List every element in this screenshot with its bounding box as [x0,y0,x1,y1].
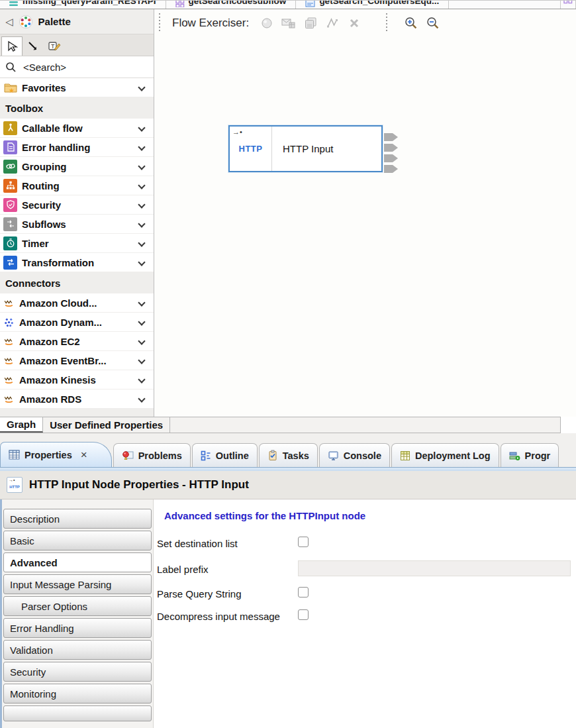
http-input-node[interactable]: →• HTTP HTTP Input [228,125,383,172]
palette-item-routing[interactable]: Routing [0,176,154,195]
tasks-icon [267,450,278,461]
palette-item-subflows[interactable]: Subflows [0,215,154,233]
chevron-down-icon[interactable] [138,124,145,131]
tab-tasks[interactable]: Tasks [259,443,318,467]
output-terminal[interactable] [384,165,398,173]
selection-tool-button[interactable] [1,36,23,56]
decompress-input-message-checkbox[interactable] [298,609,309,620]
palette-item-amazon-rds[interactable]: Amazon RDS [0,390,154,408]
nav-input-message-parsing[interactable]: Input Message Parsing [3,574,152,594]
tab-label: Problems [138,450,182,461]
tab-user-defined-properties[interactable]: User Defined Properties [43,417,170,433]
palette-item-transformation[interactable]: Transformation [0,253,154,272]
nav-monitoring[interactable]: Monitoring [3,684,152,703]
grouping-icon [3,160,17,174]
tab-label: Outline [216,450,249,461]
show-path-button[interactable] [324,15,340,31]
callable-flow-icon [3,121,17,135]
note-tool-button[interactable]: T [44,36,65,56]
palette-item-security[interactable]: Security [0,195,154,214]
nav-button-partial[interactable] [3,705,152,721]
tab-deployment-log[interactable]: Deployment Log [391,443,499,467]
palette-item-label: Routing [22,180,134,191]
palette-item-label: Amazon Kinesis [19,374,134,386]
search-input[interactable] [22,61,121,74]
chevron-down-icon[interactable] [138,376,145,383]
palette-item-label: Error handling [22,142,134,153]
flow-canvas: Flow Exerciser: [154,9,576,417]
nav-security[interactable]: Security [3,662,152,682]
chevron-down-icon[interactable] [138,258,145,266]
palette-item-grouping[interactable]: Grouping [0,157,154,176]
output-terminal[interactable] [384,133,398,141]
http-input-node-icon: →• HTTP [230,127,272,171]
palette-item-label: Callable flow [22,123,134,134]
chevron-down-icon[interactable] [138,337,145,344]
editor-tab-strip: missing_queryParam_RESTAPI getSearchcode… [0,1,576,9]
save-recorded-messages-button[interactable] [303,15,318,31]
tab-properties[interactable]: Properties × [0,442,112,467]
editor-tab-message-flow[interactable]: getSearch_ComputersEqu... [296,1,449,9]
properties-view-header: →•HTTP HTTP Input Node Properties - HTTP… [0,471,576,499]
chevron-down-icon[interactable] [138,395,145,402]
palette-item-amazon-kinesis[interactable]: Amazon Kinesis [0,370,154,389]
editor-tab-label: getSearchcodesubflow [189,1,287,6]
tab-progress[interactable]: Progr [501,443,559,467]
editor-tab-subflow[interactable]: getSearchcodesubflow [166,1,297,9]
collapse-palette-icon[interactable]: ◁ [5,16,13,28]
nav-description[interactable]: Description [3,509,152,529]
chevron-down-icon[interactable] [138,239,145,246]
routing-icon [3,179,17,193]
nav-parser-options[interactable]: Parser Options [3,596,152,616]
properties-body: Description Basic Advanced Input Message… [0,499,576,728]
palette-favorites[interactable]: ★ Favorites [0,78,154,97]
editor-area: ◁ Palette T [0,9,576,417]
label-prefix-input[interactable] [298,560,571,576]
editor-tab-rest-api[interactable]: missing_queryParam_RESTAPI [0,1,166,9]
palette-item-error-handling[interactable]: Error handling [0,138,154,156]
zoom-out-button[interactable] [425,15,441,31]
editor-tab-partial[interactable] [560,1,576,9]
parse-query-string-checkbox[interactable] [298,587,309,598]
node-name-label: HTTP Input [272,127,381,171]
send-message-button[interactable] [281,15,297,31]
nav-basic[interactable]: Basic [3,531,152,550]
nav-validation[interactable]: Validation [3,640,152,660]
palette-item-callable-flow[interactable]: Callable flow [0,119,154,137]
tab-problems[interactable]: Problems [113,443,191,467]
set-destination-list-checkbox[interactable] [298,537,309,547]
palette-panel: ◁ Palette T [0,9,154,417]
tab-graph[interactable]: Graph [0,417,43,433]
label-prefix-label: Label prefix [157,564,209,575]
nav-error-handling[interactable]: Error Handling [3,618,152,638]
advanced-settings-form: Advanced settings for the HTTPInput node… [154,499,576,728]
connection-tool-button[interactable] [23,36,44,56]
palette-item-amazon-dynamodb[interactable]: Amazon Dynam... [0,313,154,331]
chevron-down-icon[interactable] [138,182,145,189]
tab-outline[interactable]: Outline [192,443,258,467]
output-terminal[interactable] [384,154,398,162]
tab-console[interactable]: Console [319,443,390,467]
palette-item-amazon-cloudwatch[interactable]: Amazon Cloud... [0,293,154,312]
start-flow-exerciser-button[interactable] [259,15,275,31]
chevron-down-icon[interactable] [138,143,145,150]
chevron-down-icon[interactable] [138,220,145,227]
nav-advanced[interactable]: Advanced [3,552,152,572]
chevron-down-icon[interactable] [138,318,145,325]
chevron-down-icon[interactable] [138,83,145,91]
close-icon[interactable]: × [81,448,87,462]
palette-item-timer[interactable]: Timer [0,234,154,252]
chevron-down-icon[interactable] [138,201,145,208]
palette-item-amazon-ec2[interactable]: Amazon EC2 [0,332,154,350]
tab-label: Properties [24,450,72,460]
output-terminal[interactable] [384,144,398,152]
subflow-icon [563,1,573,7]
chevron-down-icon[interactable] [138,356,145,364]
progress-icon [509,450,520,461]
clear-recorded-messages-button[interactable] [346,15,362,31]
chevron-down-icon[interactable] [138,162,145,170]
subflows-icon [3,217,17,231]
zoom-in-button[interactable] [403,15,419,31]
palette-item-amazon-eventbridge[interactable]: Amazon EventBr... [0,351,154,370]
chevron-down-icon[interactable] [138,299,145,306]
